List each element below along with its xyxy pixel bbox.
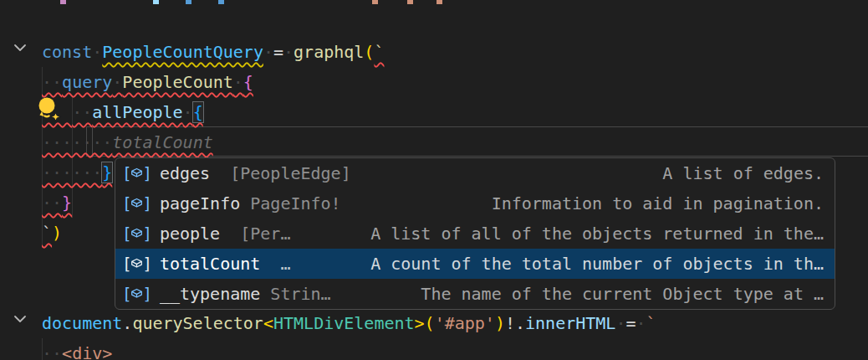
code-token: document [42,313,122,333]
chevron-down-icon[interactable] [13,41,28,54]
symbol-field-icon: [ ] [122,196,152,212]
code-token: { [243,72,253,92]
chevron-down-icon[interactable] [13,312,28,326]
suggest-item-__typename[interactable]: [ ] __typename Strin… The name of the cu… [115,279,835,309]
clipped-code-fragment [186,0,191,4]
code-token: > [415,313,425,333]
symbol-field-icon: [ ] [122,166,152,182]
line-template-close: `) [42,218,62,248]
clipped-code-fragment [407,0,413,4]
code-editor[interactable]: const·PeopleCountQuery·=·graphql(`··quer… [0,0,868,360]
suggest-item-pageInfo[interactable]: [ ] pageInfo PageInfo! Information to ai… [115,188,835,219]
code-token: <div> [62,343,112,360]
code-token: PeopleCountQuery [102,42,263,62]
code-token: ` [42,223,52,243]
clipped-code-fragment [372,0,378,4]
code-token: } [62,193,72,213]
line-close-brace-outer: ··} [42,188,72,218]
code-token: · [263,42,273,62]
suggest-item-description: The name of the current Object type at … [404,284,824,304]
code-token: ·· [42,193,62,213]
code-token: innerHTML [525,313,615,333]
code-token: · [183,102,193,122]
suggest-item-type: Strin… [260,284,330,304]
code-token: ······· [42,132,112,152]
code-token: ( [425,313,435,333]
line-div-open: ··<div> [42,338,112,360]
suggest-item-label: pageInfo [160,193,240,213]
line-allpeople: ··allPeople·{ [42,97,203,127]
code-token: < [263,313,273,333]
suggest-item-description: Information to aid in pagination. [475,193,824,213]
code-token: = [273,42,283,62]
clipped-code-fragment [153,0,159,4]
suggest-item-people[interactable]: [ ] people [Per… A list of all of the ob… [115,219,835,249]
code-token: allPeople [92,102,182,122]
line-ghost-totalcount: ·······totalCount [42,127,213,157]
code-token: · [615,313,625,333]
code-token: . [515,313,525,333]
suggest-item-type: [Per… [220,224,290,244]
line-query-peoplecount: ··query·PeopleCount·{ [42,67,253,97]
symbol-field-icon: [ ] [122,256,152,272]
code-token: graphql [294,42,364,62]
code-token: ·· [42,72,62,92]
code-token: · [636,313,646,333]
suggest-item-type: PageInfo! [240,193,340,213]
code-token: ` [374,42,384,62]
suggest-item-description: A list of all of the objects returned in… [354,224,824,244]
symbol-field-icon: [ ] [122,226,152,242]
suggest-item-label: people [160,224,220,244]
code-token: ······ [42,162,102,183]
clipped-code-fragment [60,0,66,4]
suggest-item-label: edges [160,163,210,183]
code-token: ` [646,313,656,333]
code-token: ( [364,42,374,62]
code-token: · [283,42,294,62]
code-token: . [122,313,132,333]
code-token: ) [52,223,62,243]
code-token: { [193,102,203,122]
code-token: query [62,72,112,92]
code-token: = [625,313,636,333]
suggest-item-totalCount[interactable]: [ ] totalCount … A count of the total nu… [115,249,835,279]
code-token: } [102,162,112,183]
code-token: ) [495,313,505,333]
line-queryselector: document.querySelector<HTMLDivElement>('… [42,308,656,338]
lightbulb-sparkle-icon[interactable] [36,95,63,124]
code-token: ! [505,313,515,333]
ghost-text-suggestion: totalCount [112,132,212,152]
clipped-code-fragment [218,0,224,4]
clipped-code-fragment [437,0,442,4]
code-token: · [92,42,102,62]
suggest-item-type: … [260,254,290,274]
code-token: · [112,72,122,92]
suggest-item-label: __typename [160,284,260,304]
code-token: '#app' [435,313,495,333]
suggest-widget: [ ] edges [PeopleEdge] A list of edges. … [115,157,835,310]
line-const-declaration: const·PeopleCountQuery·=·graphql(` [42,37,384,67]
code-token: · [233,72,243,92]
line-close-brace-inner: ······} [42,157,112,188]
code-token: ·· [42,343,62,360]
suggest-item-description: A list of edges. [646,163,824,183]
code-token: ·· [72,102,92,122]
code-token: querySelector [132,313,263,333]
suggest-item-edges[interactable]: [ ] edges [PeopleEdge] A list of edges. [115,158,835,188]
suggest-item-description: A count of the total number of objects i… [354,254,824,274]
code-token: PeopleCount [122,72,232,92]
suggest-item-type: [PeopleEdge] [210,163,351,183]
symbol-field-icon: [ ] [122,286,152,302]
suggest-item-label: totalCount [160,254,260,274]
code-token: HTMLDivElement [273,313,415,333]
code-token: const [42,42,92,62]
